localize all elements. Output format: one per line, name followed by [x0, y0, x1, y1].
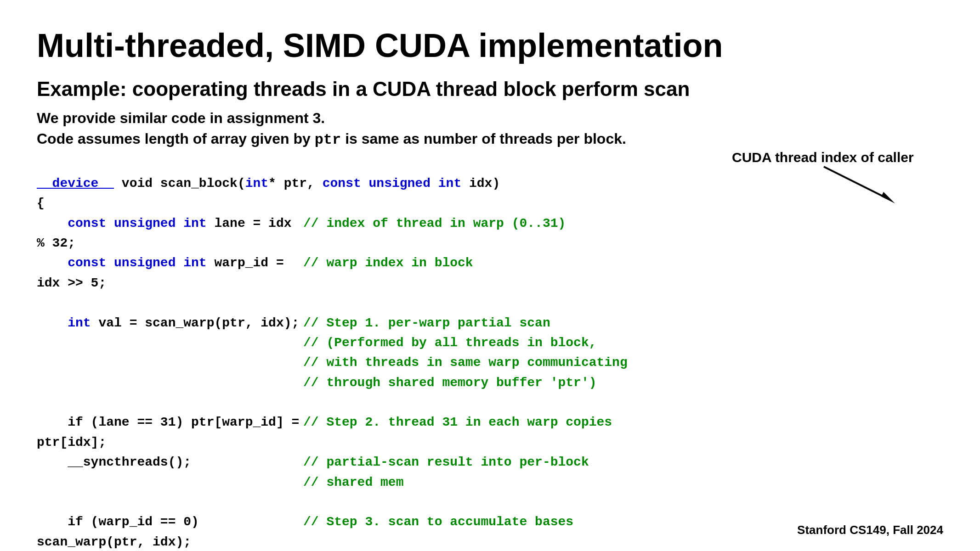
description-line1: We provide similar code in assignment 3.: [37, 108, 943, 129]
device-keyword: __device__: [37, 174, 114, 193]
code-line-comment5: // shared mem: [37, 472, 943, 492]
code-line-comment3: // with threads in same warp communicati…: [37, 353, 943, 372]
subtitle: Example: cooperating threads in a CUDA t…: [37, 78, 943, 101]
code-line-warpid: const unsigned int warp_id = idx >> 5; /…: [37, 253, 943, 293]
code-line-comment4: // through shared memory buffer 'ptr'): [37, 373, 943, 393]
code-line-val: int val = scan_warp(ptr, idx); // Step 1…: [37, 313, 943, 333]
code-line-lane: const unsigned int lane = idx % 32; // i…: [37, 214, 943, 253]
code-area: CUDA thread index of caller __device__ v…: [37, 174, 943, 551]
code-block: __device__ void scan_block(int* ptr, con…: [37, 174, 943, 551]
svg-marker-1: [881, 192, 895, 203]
footer: Stanford CS149, Fall 2024: [797, 523, 943, 537]
code-line-sync1: __syncthreads(); // partial-scan result …: [37, 452, 943, 472]
signature-rest: void scan_block(int* ptr, const unsigned…: [114, 174, 500, 193]
code-line-comment2: // (Performed by all threads in block,: [37, 333, 943, 353]
code-line-lane31: if (lane == 31) ptr[warp_id] = ptr[idx];…: [37, 412, 943, 452]
empty-line-1: [37, 293, 943, 313]
slide: Multi-threaded, SIMD CUDA implementation…: [0, 0, 980, 551]
annotation-arrow: CUDA thread index of caller: [691, 146, 929, 206]
empty-line-2: [37, 393, 943, 412]
annotation-text: CUDA thread index of caller: [732, 150, 914, 165]
main-title: Multi-threaded, SIMD CUDA implementation: [37, 28, 943, 64]
code-container: __device__ void scan_block(int* ptr, con…: [37, 174, 943, 551]
description: We provide similar code in assignment 3.…: [37, 108, 943, 151]
svg-line-0: [824, 167, 888, 199]
empty-line-3: [37, 492, 943, 512]
